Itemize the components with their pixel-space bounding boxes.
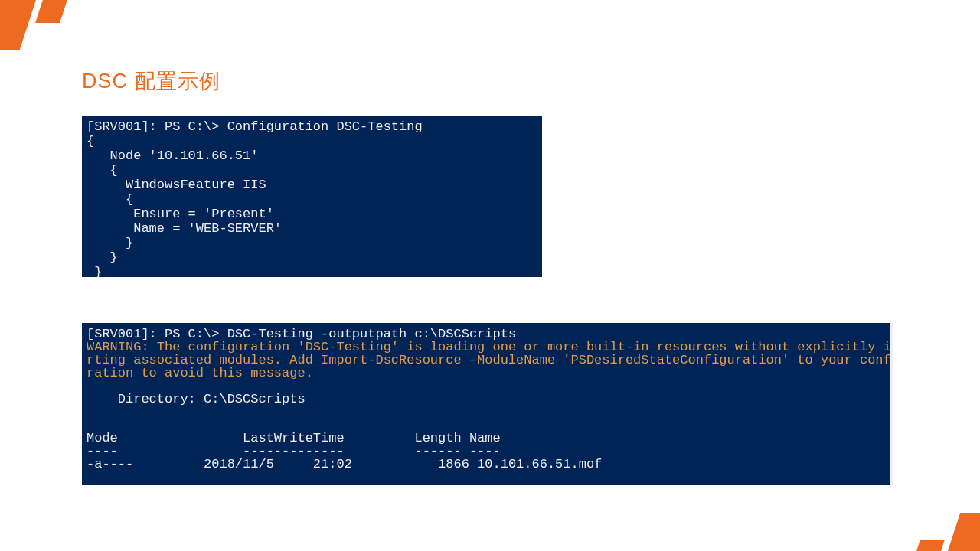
slide-title: DSC 配置示例	[82, 67, 220, 95]
terminal-config-block: [SRV001]: PS C:\> Configuration DSC-Test…	[82, 116, 542, 277]
terminal-directory-listing: Directory: C:\DSCScripts Mode LastWriteT…	[87, 392, 602, 471]
decorative-bar	[942, 513, 980, 551]
decorative-bar	[906, 540, 945, 551]
decorative-corner-top	[0, 0, 100, 42]
decorative-corner-bottom	[880, 509, 980, 551]
decorative-bar	[35, 0, 74, 23]
terminal-output-block: [SRV001]: PS C:\> DSC-Testing -outputpat…	[82, 323, 893, 485]
decorative-bar	[0, 0, 38, 50]
terminal-warning-text: WARNING: The configuration 'DSC-Testing'…	[87, 340, 893, 380]
